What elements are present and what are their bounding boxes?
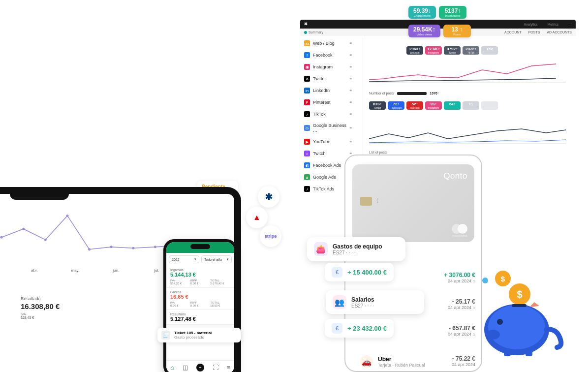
svg-rect-27 [512, 304, 526, 307]
svg-point-9 [44, 239, 47, 241]
phone-notch [190, 244, 210, 249]
metric-card: 52↑YouTube [406, 101, 423, 110]
secbar-adaccounts[interactable]: AD ACCOUNTS [547, 31, 572, 34]
metric-card: 72↑Facebook [388, 101, 404, 110]
qonto-card: Qonto ⸾ mastercard [352, 164, 474, 242]
uber-icon: 🚗 [360, 355, 373, 368]
social-item[interactable]: ♪TikTok⚭ [300, 108, 363, 120]
channel-icon: ♪ [304, 111, 310, 117]
channel-label: Twitch [313, 151, 349, 156]
receipt-icon: 🧾 [161, 331, 170, 340]
channel-icon: in [304, 88, 310, 93]
channel-icon: ♪ [304, 186, 310, 192]
channel-icon: f [304, 52, 310, 58]
social-item[interactable]: fFacebook⚭ [300, 49, 363, 61]
link-icon: ⚭ [349, 125, 359, 130]
channel-label: Pinterest [313, 100, 349, 105]
social-item[interactable]: GGoogle Business …⚭ [300, 120, 363, 136]
metric-card: 11 [463, 101, 479, 110]
phone-period-select[interactable]: Todo el año▾ [201, 255, 232, 263]
fin-col: Resultado16.308,80 €IVA328,45 € [21, 296, 70, 319]
metric-card [481, 101, 498, 110]
channel-icon: P [304, 99, 310, 105]
txn-1: + 3076.00 €04 apr 2024 ⌂ [444, 272, 475, 283]
metric-cards-tiny2: 876↑Twitter72↑Facebook52↑YouTube26↑Insta… [369, 101, 498, 110]
app-logo: ⌘ [304, 22, 308, 26]
metric-card: 29.54K↑Video views [408, 25, 440, 37]
metric-card: 13 ↑Posts [443, 25, 471, 37]
nav-add-button[interactable]: + [196, 364, 204, 372]
metric-cards-row1: 59.39↓Engagement5137↑Interactions [408, 6, 466, 19]
amount-card-1[interactable]: € + 15 400.00 € [325, 263, 394, 281]
brand-santander: ▲ [246, 207, 268, 228]
txn-2: - 25.17 €04 apr 2024 ⌂ [448, 298, 475, 310]
expense-card-equipo[interactable]: 👛 Gastos de equipoES27 · · · · [307, 237, 405, 261]
fin-col: Gastos8.254,40 €IVA1.432,58 €IRPF236,16 … [0, 296, 1, 319]
nav-more-icon[interactable]: ≡ [226, 364, 230, 371]
social-item[interactable]: ◉Instagram⚭ [300, 61, 363, 73]
channel-label: Facebook Ads [313, 163, 349, 168]
secbar-posts[interactable]: POSTS [528, 31, 540, 34]
expense-card-salarios[interactable]: 👥 SalariosES27 · · · · [326, 290, 424, 314]
channel-label: Web / Blog [313, 41, 349, 46]
laptop-notch [10, 192, 69, 200]
metric-cards-tiny1: 2963↑LinkedIn17.6K↑Instagram3792↑Twitter… [406, 46, 498, 55]
svg-point-13 [132, 247, 134, 249]
channel-label: YouTube [313, 139, 349, 144]
people-icon: 👥 [333, 295, 346, 309]
amount-card-2[interactable]: € + 23 432.00 € [325, 319, 394, 338]
ticket-toast: 🧾 Ticket 105 - materialGasto procesado [157, 328, 241, 342]
metric-card: 876↑Twitter [369, 101, 386, 110]
channel-icon: ▶ [304, 139, 310, 145]
svg-point-11 [88, 248, 91, 250]
social-item[interactable]: rssWeb / Blog⚭ [300, 37, 363, 49]
euro-icon: € [332, 323, 342, 334]
channel-label: Twitter [313, 76, 349, 81]
nav-home-icon[interactable]: ⌂ [170, 364, 174, 371]
topbar-analytics[interactable]: Analytics [524, 23, 537, 26]
topbar-icon[interactable]: ⋯ [568, 22, 572, 26]
metric-card: 24↑ [444, 101, 461, 110]
social-item[interactable]: ✕Twitter⚭ [300, 73, 363, 85]
wallet-icon: 👛 [314, 242, 328, 256]
brand-caixa: ✱ [258, 186, 279, 208]
channel-icon: ✕ [304, 76, 310, 82]
svg-point-18 [488, 305, 545, 349]
nfc-icon: ⸾ [376, 198, 379, 205]
channel-icon: rss [304, 40, 310, 46]
channel-icon: ▲ [304, 174, 310, 180]
link-icon: ⚭ [349, 88, 359, 93]
phone-year-select[interactable]: 2022▾ [169, 255, 199, 263]
piggy-bank-illustration: $ $ [472, 271, 571, 359]
social-item[interactable]: inLinkedIn⚭ [300, 85, 363, 96]
phone-gastos: Gastos 16,65 € IVAIRPFTOTAL0,00 €0,00 €1… [166, 288, 234, 310]
phone-frame: Inicio 2022▾ Todo el año▾ Ingresos 5.144… [163, 239, 237, 372]
phone-resultado: Resultado 5.127,48 € [166, 310, 234, 325]
social-item[interactable]: ▶YouTube⚭ [300, 136, 363, 148]
svg-point-10 [66, 215, 68, 217]
nav-scan-icon[interactable]: ⛶ [213, 364, 218, 371]
card-chip-icon [360, 197, 372, 206]
line-chart-1 [369, 60, 566, 85]
txn-uber[interactable]: 🚗 UberTarjeta · Rubén Pascual [360, 355, 425, 368]
secbar-summary[interactable]: Summary [304, 31, 323, 34]
channel-label: LinkedIn [313, 88, 349, 93]
svg-rect-22 [526, 348, 532, 356]
channel-label: Facebook [313, 53, 349, 58]
secbar-account[interactable]: ACCOUNT [504, 31, 522, 34]
metric-card: 5137↑Interactions [439, 6, 466, 19]
link-icon: ⚭ [349, 139, 359, 144]
topbar-metrics[interactable]: Metrics [547, 23, 558, 26]
svg-text:$: $ [501, 275, 505, 283]
social-item[interactable]: PPinterest⚭ [300, 96, 363, 108]
link-icon: ⚭ [349, 41, 359, 46]
nav-chart-icon[interactable]: ◫ [183, 364, 188, 371]
brand-stripe: stripe [260, 225, 281, 247]
chart-line-overlay [0, 204, 177, 264]
metric-card: 17.6K↑Instagram [425, 46, 442, 55]
metric-card: 152 [481, 46, 498, 55]
channel-label: TikTok Ads [313, 186, 349, 191]
line-chart-2 [369, 119, 566, 146]
svg-point-8 [22, 228, 25, 230]
chart-xaxis: ene.feb.mar.abr.may.jun.jul. [0, 268, 177, 273]
